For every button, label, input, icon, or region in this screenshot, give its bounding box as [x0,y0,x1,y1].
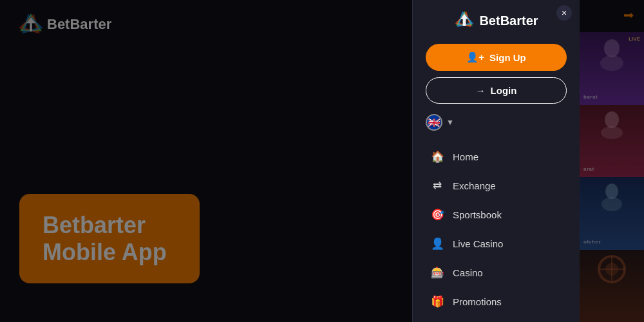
chevron-down-icon: ▼ [446,118,454,127]
signup-button[interactable]: 👤+ Sign Up [426,44,567,71]
casino-icon: 🎰 [431,266,444,279]
flag-icon: 🇬🇧 [426,114,442,131]
nav-item-live-casino[interactable]: 👤 Live Casino [426,231,567,257]
nav-item-sportsbook[interactable]: 🎯 Sportsbook [426,202,567,228]
nav-item-casino[interactable]: 🎰 Casino [426,260,567,286]
nav-item-promotions[interactable]: 🎁 Promotions [426,289,567,315]
nav-label-promotions: Promotions [453,296,502,307]
drawer-logo-text: BetBarter [479,14,538,28]
nav-label-home: Home [453,151,478,162]
login-button[interactable]: → Login [426,77,567,104]
signup-icon: 👤+ [466,52,484,63]
signup-label: Sign Up [489,52,526,63]
language-selector[interactable]: 🇬🇧 ▼ [426,114,567,131]
drawer-logo: BetBarter [454,10,538,31]
nav-menu: 🏠 Home ⇄ Exchange 🎯 Sportsbook 👤 Live Ca… [426,144,567,315]
live-casino-icon: 👤 [431,237,444,251]
exchange-icon: ⇄ [431,179,444,193]
nav-label-sportsbook: Sportsbook [453,209,502,220]
main-background: BetBarter Betbarter Mobile App ⮕ LIVE ba… [0,0,644,322]
sportsbook-icon: 🎯 [431,208,444,222]
nav-label-live-casino: Live Casino [453,238,503,249]
drawer-header: BetBarter × [426,10,567,31]
nav-item-home[interactable]: 🏠 Home [426,144,567,170]
nav-label-casino: Casino [453,267,483,278]
nav-item-exchange[interactable]: ⇄ Exchange [426,173,567,199]
login-icon: → [476,85,486,96]
home-icon: 🏠 [431,150,444,164]
close-button[interactable]: × [556,5,572,21]
nav-drawer: BetBarter × 👤+ Sign Up → Login 🇬🇧 ▼ 🏠 Ho… [412,0,580,322]
promotions-icon: 🎁 [431,295,444,308]
nav-label-exchange: Exchange [453,180,496,191]
login-label: Login [491,85,517,96]
